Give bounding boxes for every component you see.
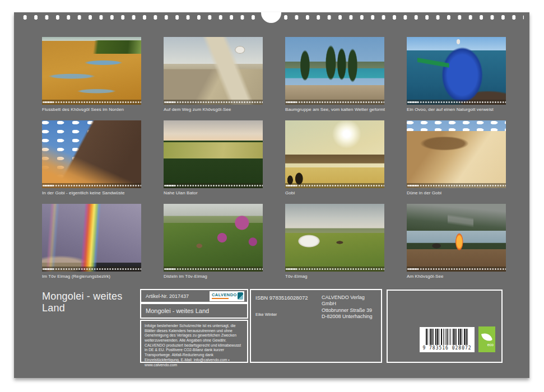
photo-caption: In der Gobi - eigentlich keine Sandwüste <box>42 190 141 195</box>
photo-caption: Im Töv Eimag (Regierungsbezirk) <box>42 274 141 279</box>
legal-text-box: Infolge bestehender Schutzrechte ist es … <box>140 320 248 363</box>
photo-rainbow <box>42 204 141 272</box>
calvendo-logo: CALVENDO <box>210 291 244 301</box>
barcode-box: 9 783516 028072 eco <box>387 290 503 363</box>
month-thumb-10: Disteln im Töv-Eimag <box>164 204 263 279</box>
photo-caption: Flussbett des Khövsgöl Sees im Norden <box>42 107 141 112</box>
calendar-title: Mongolei - weites Land <box>42 291 137 314</box>
photo-caption: Ein Ovoo, der auf einen Naturgott verwei… <box>407 107 506 112</box>
leaf-icon <box>481 331 492 342</box>
photo-caption: Baumgruppe am See, vom kalten Wetter gef… <box>285 107 384 112</box>
month-thumb-9: Im Töv Eimag (Regierungsbezirk) <box>42 204 141 279</box>
photo-caption: Am Khövsgöl-See <box>407 274 506 279</box>
photo-gobi-sun <box>285 120 384 188</box>
month-thumb-12: Am Khövsgöl-See <box>407 204 506 279</box>
photo-gobi-dune-shadow <box>42 120 141 188</box>
legal-text: Infolge bestehender Schutzrechte ist es … <box>145 324 241 367</box>
mini-calendar-strip <box>42 100 141 105</box>
publisher-street: Ottobrunner Straße 39 <box>322 307 376 314</box>
publisher-info-box: ISBN 9783516028072 Eike Winter CALVENDO … <box>250 289 382 363</box>
month-thumb-1: Flussbett des Khövsgöl Sees im Norden <box>42 37 141 113</box>
mini-calendar-strip <box>407 183 506 188</box>
photo-thistles <box>164 204 263 272</box>
calvendo-logo-subtitle-bar <box>212 298 229 299</box>
mini-calendar-strip <box>285 100 384 105</box>
article-number-box: Artikel-Nr. 2017437 CALVENDO <box>140 289 248 303</box>
photo-river-floodplain <box>42 37 141 105</box>
photo-grid: Flussbett des Khövsgöl Sees im Norden Au… <box>42 37 506 279</box>
photo-caption: Nahe Ulan Bator <box>164 190 263 195</box>
calvendo-logo-icon <box>238 292 243 300</box>
product-title-box: Mongolei - weites Land <box>140 303 248 319</box>
month-thumb-11: Töv-Eimag <box>285 204 384 279</box>
mini-calendar-strip <box>164 267 263 272</box>
calendar-sheet: Flussbett des Khövsgöl Sees im Norden Au… <box>14 12 529 378</box>
month-thumb-6: Nahe Ulan Bator <box>164 120 263 196</box>
mini-calendar-strip <box>285 183 384 188</box>
photo-caption: Auf dem Weg zum Khövsgöl-See <box>164 107 263 112</box>
mini-calendar-strip <box>407 100 506 105</box>
photo-caption: Töv-Eimag <box>285 274 384 279</box>
publisher-name: CALVENDO Verlag GmbH <box>322 295 376 307</box>
publisher-city: D-82008 Unterhaching <box>322 314 376 320</box>
article-number: Artikel-Nr. 2017437 <box>146 293 189 299</box>
photo-caption: Disteln im Töv-Eimag <box>164 274 263 279</box>
eco-label: eco <box>487 343 494 347</box>
photo-trees-at-lake <box>285 37 384 105</box>
month-thumb-3: Baumgruppe am See, vom kalten Wetter gef… <box>285 37 384 113</box>
photo-van-on-road <box>164 37 263 105</box>
author-name: Eike Winter <box>255 312 322 317</box>
eco-badge: eco <box>478 326 495 352</box>
barcode-bars <box>426 329 468 345</box>
mini-calendar-strip <box>285 267 384 272</box>
photo-caption: Gobi <box>285 190 384 195</box>
photo-caption: Düne in der Gobi <box>407 190 506 195</box>
photo-yurt <box>285 204 384 272</box>
month-thumb-5: In der Gobi - eigentlich keine Sandwüste <box>42 120 141 196</box>
isbn-text: ISBN 9783516028072 <box>255 295 322 301</box>
photo-lakeside-fire <box>407 204 506 272</box>
ean-barcode: 9 783516 028072 <box>420 327 475 352</box>
hanger-hole <box>261 12 281 23</box>
mini-calendar-strip <box>164 183 263 188</box>
mini-calendar-strip <box>42 183 141 188</box>
mini-calendar-strip <box>164 100 263 105</box>
photo-forest-hills <box>164 120 263 188</box>
calendar-back-page: Flussbett des Khövsgöl Sees im Norden Au… <box>0 0 544 392</box>
month-thumb-2: Auf dem Weg zum Khövsgöl-See <box>164 37 263 113</box>
calvendo-logo-word: CALVENDO <box>212 293 237 297</box>
mini-calendar-strip <box>42 267 141 272</box>
photo-ovoo-shrine <box>407 37 506 105</box>
mini-calendar-strip <box>407 267 506 272</box>
product-title: Mongolei - weites Land <box>146 307 209 314</box>
photo-sand-dune <box>407 120 506 188</box>
month-thumb-8: Düne in der Gobi <box>407 120 506 196</box>
barcode-digits: 9 783516 028072 <box>422 346 471 351</box>
month-thumb-4: Ein Ovoo, der auf einen Naturgott verwei… <box>407 37 506 113</box>
month-thumb-7: Gobi <box>285 120 384 196</box>
